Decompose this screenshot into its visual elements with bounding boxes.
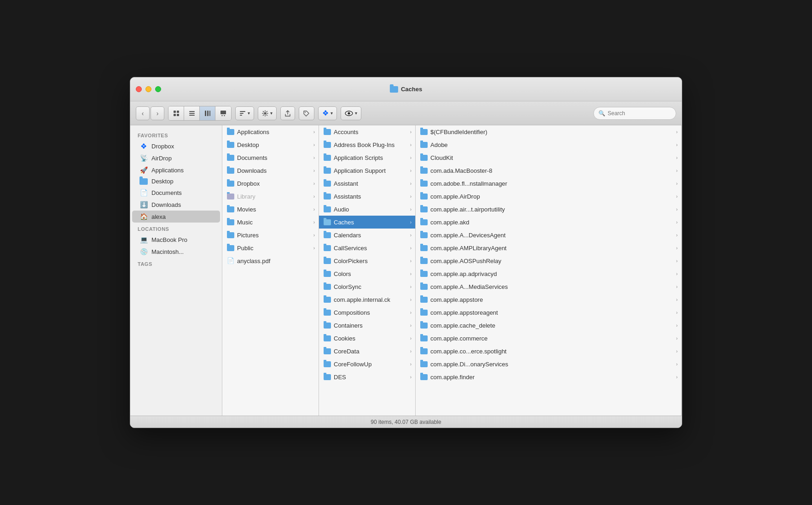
- col3-airportutility[interactable]: com.apple.air...t.airportutility ›: [416, 203, 681, 216]
- col2-addressbookplugins[interactable]: Address Book Plug-Ins ›: [319, 138, 415, 151]
- col3-macbooster[interactable]: com.ada.MacBooster-8 ›: [416, 164, 681, 177]
- dropbox-button[interactable]: ❖ ▾: [318, 106, 337, 120]
- folder-icon: [227, 232, 234, 238]
- folder-icon: [324, 181, 331, 187]
- chevron-icon: ›: [410, 246, 412, 251]
- col1-documents[interactable]: Documents ›: [222, 151, 319, 164]
- col1-desktop[interactable]: Desktop ›: [222, 138, 319, 151]
- col3-dictionaryservices[interactable]: com.apple.Di...onaryServices ›: [416, 358, 681, 370]
- col2-applicationscripts[interactable]: Application Scripts ›: [319, 151, 415, 164]
- sidebar-item-macbook[interactable]: 💻 MacBook Pro: [132, 234, 220, 246]
- col1-music[interactable]: Music ›: [222, 216, 319, 229]
- col2-callservices[interactable]: CallServices ›: [319, 241, 415, 254]
- search-input[interactable]: [608, 110, 671, 117]
- col2-applicationsupport[interactable]: Application Support ›: [319, 164, 415, 177]
- forward-button[interactable]: ›: [151, 106, 164, 120]
- col2-colorpickers[interactable]: ColorPickers ›: [319, 254, 415, 267]
- minimize-button[interactable]: [145, 86, 151, 92]
- eye-button[interactable]: ▾: [341, 106, 361, 120]
- svg-rect-2: [174, 114, 176, 116]
- tag-button[interactable]: [299, 106, 314, 120]
- col3-finder[interactable]: com.apple.finder ›: [416, 370, 681, 383]
- chevron-icon: ›: [410, 155, 412, 160]
- sidebar-item-desktop[interactable]: Desktop: [132, 176, 220, 187]
- col3-aospushrelay[interactable]: com.apple.AOSPushRelay ›: [416, 254, 681, 267]
- col3-cfbundleidentifier[interactable]: $(CFBundleIdentifier) ›: [416, 125, 681, 138]
- col1-public[interactable]: Public ›: [222, 241, 319, 254]
- toolbar: ‹ ›: [130, 101, 682, 125]
- action-button[interactable]: ▾: [258, 106, 277, 120]
- search-box[interactable]: 🔍: [593, 107, 676, 120]
- col3-mediaservices[interactable]: com.apple.A...MediaServices ›: [416, 280, 681, 293]
- col2-corefollowup[interactable]: CoreFollowUp ›: [319, 358, 415, 370]
- sidebar-label-dropbox: Dropbox: [151, 143, 174, 150]
- col3-appleakd[interactable]: com.apple.akd ›: [416, 216, 681, 229]
- col2-compositions[interactable]: Compositions ›: [319, 306, 415, 319]
- airdrop-icon: 📡: [139, 154, 148, 162]
- eye-dropdown-arrow: ▾: [355, 111, 357, 116]
- sidebar-item-downloads[interactable]: ⬇️ Downloads: [132, 199, 220, 211]
- col3-adobe[interactable]: Adobe ›: [416, 138, 681, 151]
- back-button[interactable]: ‹: [136, 106, 150, 120]
- col2-assistants[interactable]: Assistants ›: [319, 190, 415, 203]
- col2-accounts[interactable]: Accounts ›: [319, 125, 415, 138]
- folder-icon: [324, 284, 331, 290]
- col2-des[interactable]: DES ›: [319, 370, 415, 383]
- chevron-icon: ›: [676, 194, 678, 199]
- col1-applications[interactable]: Applications ›: [222, 125, 319, 138]
- col2-coredata[interactable]: CoreData ›: [319, 345, 415, 358]
- col2-cookies[interactable]: Cookies ›: [319, 332, 415, 345]
- col3-cloudkit[interactable]: CloudKit ›: [416, 151, 681, 164]
- gallery-view-button[interactable]: [215, 106, 231, 120]
- col3-appstore[interactable]: com.apple.appstore ›: [416, 293, 681, 306]
- icon-view-button[interactable]: [168, 106, 184, 120]
- col1-movies[interactable]: Movies ›: [222, 203, 319, 216]
- col2-colors[interactable]: Colors ›: [319, 267, 415, 280]
- list-view-button[interactable]: [184, 106, 200, 120]
- sidebar-item-documents[interactable]: 📄 Documents: [132, 187, 220, 199]
- col2-containers[interactable]: Containers ›: [319, 319, 415, 332]
- folder-icon: [324, 219, 331, 225]
- col2-assistant[interactable]: Assistant ›: [319, 177, 415, 190]
- arrange-button[interactable]: ▾: [235, 106, 254, 120]
- col2-caches[interactable]: Caches ›: [319, 216, 415, 229]
- col3-adobeflinstallmanager[interactable]: com.adobe.fl...nstallmanager ›: [416, 177, 681, 190]
- sidebar-item-macintosh[interactable]: 💿 Macintosh...: [132, 246, 220, 258]
- folder-icon: [324, 297, 331, 303]
- sidebar-item-dropbox[interactable]: ❖ Dropbox: [132, 140, 220, 152]
- chevron-icon: ›: [676, 181, 678, 186]
- documents-icon: 📄: [139, 188, 148, 197]
- chevron-icon: ›: [313, 155, 315, 160]
- col3-appstoreagent[interactable]: com.apple.appstoreagent ›: [416, 306, 681, 319]
- chevron-icon: ›: [410, 297, 412, 302]
- col2-comappleinternalck[interactable]: com.apple.internal.ck ›: [319, 293, 415, 306]
- sidebar-label-applications: Applications: [151, 167, 184, 174]
- close-button[interactable]: [136, 86, 142, 92]
- col3-cachedelete[interactable]: com.apple.cache_delete ›: [416, 319, 681, 332]
- col3-adprivacyd[interactable]: com.apple.ap.adprivacyd ›: [416, 267, 681, 280]
- maximize-button[interactable]: [155, 86, 161, 92]
- arrange-icon: [239, 110, 246, 117]
- col1-pictures[interactable]: Pictures ›: [222, 229, 319, 241]
- folder-icon: [420, 245, 428, 251]
- share-button[interactable]: [280, 106, 295, 120]
- col3-commercespotlight[interactable]: com.apple.co...erce.spotlight ›: [416, 345, 681, 358]
- col3-devicesagent[interactable]: com.apple.A...DevicesAgent ›: [416, 229, 681, 241]
- chevron-icon: ›: [410, 207, 412, 212]
- col1-anyclass-pdf[interactable]: 📄 anyclass.pdf: [222, 254, 319, 267]
- col1-downloads[interactable]: Downloads ›: [222, 164, 319, 177]
- col3-amplibraryagent[interactable]: com.apple.AMPLibraryAgent ›: [416, 241, 681, 254]
- sidebar-item-alexa[interactable]: 🏠 alexa: [132, 211, 220, 223]
- col3-appleairdrop[interactable]: com.apple.AirDrop ›: [416, 190, 681, 203]
- col1-library[interactable]: Library ›: [222, 190, 319, 203]
- sidebar-item-applications[interactable]: 🚀 Applications: [132, 164, 220, 176]
- col2-audio[interactable]: Audio ›: [319, 203, 415, 216]
- col1-dropbox[interactable]: Dropbox ›: [222, 177, 319, 190]
- svg-point-19: [348, 112, 350, 114]
- tag-icon: [303, 110, 310, 117]
- col2-calendars[interactable]: Calendars ›: [319, 229, 415, 241]
- col2-colorsync[interactable]: ColorSync ›: [319, 280, 415, 293]
- col3-commerce[interactable]: com.apple.commerce ›: [416, 332, 681, 345]
- sidebar-item-airdrop[interactable]: 📡 AirDrop: [132, 152, 220, 164]
- column-view-button[interactable]: [200, 106, 215, 120]
